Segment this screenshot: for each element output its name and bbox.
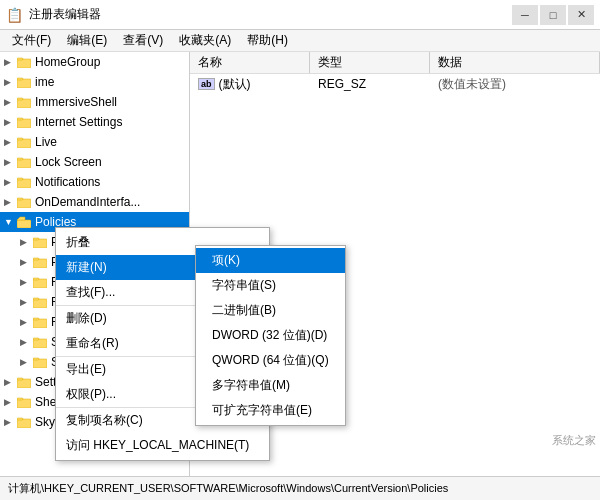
svg-rect-25 [33,298,39,300]
tree-label: HomeGroup [35,55,100,69]
svg-rect-33 [17,378,23,380]
submenu-item-binary[interactable]: 二进制值(B) [196,298,345,323]
expand-arrow: ▶ [4,177,16,187]
minimize-button[interactable]: ─ [512,5,538,25]
expand-arrow: ▶ [20,277,32,287]
svg-rect-8 [17,139,31,148]
menu-help[interactable]: 帮助(H) [239,30,296,51]
submenu-item-expandstring[interactable]: 可扩充字符串值(E) [196,398,345,423]
folder-icon [32,294,48,310]
folder-icon [32,274,48,290]
svg-rect-15 [17,198,23,200]
folder-icon [16,114,32,130]
svg-rect-31 [33,358,39,360]
folder-icon [16,174,32,190]
svg-rect-1 [17,58,23,60]
folder-icon [16,74,32,90]
window: 📋 注册表编辑器 ─ □ ✕ 文件(F) 编辑(E) 查看(V) 收藏夹(A) … [0,0,600,500]
tree-label: Live [35,135,57,149]
ctx-access-hklm[interactable]: 访问 HKEY_LOCAL_MACHINE(T) [56,433,269,458]
svg-rect-16 [17,220,31,228]
svg-marker-17 [17,217,25,220]
svg-rect-30 [33,359,47,368]
tree-item-live[interactable]: ▶ Live [0,132,189,152]
svg-rect-24 [33,299,47,308]
col-header-name: 名称 [190,52,310,73]
expand-arrow: ▶ [4,417,16,427]
menu-edit[interactable]: 编辑(E) [59,30,115,51]
svg-rect-29 [33,338,39,340]
tree-item-notifications[interactable]: ▶ Notifications [0,172,189,192]
svg-rect-18 [33,239,47,248]
tree-item-immersiveshell[interactable]: ▶ ImmersiveShell [0,92,189,112]
expand-arrow: ▶ [20,257,32,267]
folder-icon [16,154,32,170]
app-icon: 📋 [6,7,23,23]
menu-favorites[interactable]: 收藏夹(A) [171,30,239,51]
expand-arrow: ▶ [20,317,32,327]
svg-rect-14 [17,199,31,208]
submenu-item-key[interactable]: 项(K) [196,248,345,273]
expand-arrow: ▶ [20,237,32,247]
svg-rect-9 [17,138,23,140]
tree-item-homegroup[interactable]: ▶ HomeGroup [0,52,189,72]
submenu[interactable]: 项(K) 字符串值(S) 二进制值(B) DWORD (32 位值)(D) QW… [195,245,346,426]
expand-arrow: ▶ [20,337,32,347]
svg-rect-7 [17,118,23,120]
expand-arrow: ▶ [20,297,32,307]
folder-icon-open [16,214,32,230]
svg-rect-3 [17,78,23,80]
expand-arrow: ▶ [4,77,16,87]
folder-icon [32,234,48,250]
menu-view[interactable]: 查看(V) [115,30,171,51]
tree-label: OnDemandInterfa... [35,195,140,209]
svg-rect-37 [17,418,23,420]
expand-arrow: ▶ [20,357,32,367]
svg-rect-11 [17,158,23,160]
tree-item-lock-screen[interactable]: ▶ Lock Screen [0,152,189,172]
submenu-item-dword[interactable]: DWORD (32 位值)(D) [196,323,345,348]
svg-rect-0 [17,59,31,68]
svg-rect-26 [33,319,47,328]
svg-rect-21 [33,258,39,260]
menu-file[interactable]: 文件(F) [4,30,59,51]
submenu-item-string[interactable]: 字符串值(S) [196,273,345,298]
tree-item-internet-settings[interactable]: ▶ Internet Settings [0,112,189,132]
col-header-data: 数据 [430,52,600,73]
cell-type: REG_SZ [310,77,430,91]
folder-icon [16,394,32,410]
expand-arrow: ▶ [4,157,16,167]
expand-arrow: ▶ [4,137,16,147]
svg-rect-4 [17,99,31,108]
folder-icon [32,254,48,270]
folder-icon [16,54,32,70]
folder-icon [16,194,32,210]
tree-label: Lock Screen [35,155,102,169]
menu-bar: 文件(F) 编辑(E) 查看(V) 收藏夹(A) 帮助(H) [0,30,600,52]
status-text: 计算机\HKEY_CURRENT_USER\SOFTWARE\Microsoft… [8,481,448,496]
expand-arrow: ▶ [4,97,16,107]
title-bar: 📋 注册表编辑器 ─ □ ✕ [0,0,600,30]
svg-rect-13 [17,178,23,180]
svg-rect-27 [33,318,39,320]
submenu-item-qword[interactable]: QWORD (64 位值)(Q) [196,348,345,373]
tree-item-ime[interactable]: ▶ ime [0,72,189,92]
content-row-default[interactable]: ab (默认) REG_SZ (数值未设置) [190,74,600,94]
title-bar-controls: ─ □ ✕ [512,5,594,25]
folder-icon [16,374,32,390]
tree-label: Internet Settings [35,115,122,129]
close-button[interactable]: ✕ [568,5,594,25]
folder-icon [32,354,48,370]
svg-rect-35 [17,398,23,400]
expand-arrow: ▶ [4,397,16,407]
maximize-button[interactable]: □ [540,5,566,25]
folder-icon [32,314,48,330]
submenu-item-multistring[interactable]: 多字符串值(M) [196,373,345,398]
folder-icon [16,414,32,430]
svg-rect-2 [17,79,31,88]
expand-arrow: ▶ [4,57,16,67]
tree-item-ondemand[interactable]: ▶ OnDemandInterfa... [0,192,189,212]
svg-rect-5 [17,98,23,100]
status-bar: 计算机\HKEY_CURRENT_USER\SOFTWARE\Microsoft… [0,476,600,500]
svg-rect-34 [17,399,31,408]
